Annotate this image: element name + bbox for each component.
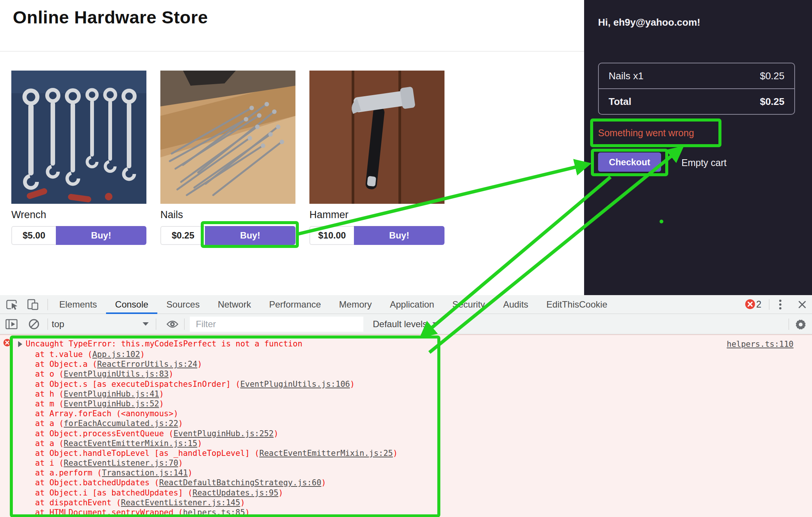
stack-source-link[interactable]: ReactErrorUtils.js:24: [97, 360, 197, 369]
filter-input[interactable]: [190, 317, 363, 332]
stack-source-link[interactable]: ReactEventListener.js:145: [121, 498, 240, 507]
tab-network[interactable]: Network: [209, 295, 260, 314]
stack-frame-text: at Object.a (: [35, 360, 97, 369]
stack-frame: at Object.a (ReactErrorUtils.js:24): [35, 359, 398, 369]
tab-elements[interactable]: Elements: [50, 295, 106, 314]
product-name: Nails: [160, 209, 295, 223]
stack-source-link[interactable]: ReactDefaultBatchingStrategy.js:60: [159, 478, 321, 487]
stack-frame-text: ): [178, 419, 183, 428]
price-label: $5.00: [11, 226, 56, 245]
stack-source-link[interactable]: ReactEventEmitterMixin.js:15: [64, 439, 197, 448]
console-drawer-icon[interactable]: [5, 319, 18, 331]
tab-console[interactable]: Console: [106, 295, 157, 314]
stack-source-link[interactable]: EventPluginUtils.js:83: [64, 369, 169, 379]
empty-cart-link[interactable]: Empty cart: [681, 157, 726, 168]
user-greeting: Hi, eh9y@yahoo.com!: [598, 17, 700, 28]
stack-frame-text: at Object.s [as executeDispatchesInOrder…: [35, 380, 240, 389]
tab-security[interactable]: Security: [443, 295, 494, 314]
page: Online Hardware Store: [0, 0, 812, 517]
stack-source-link[interactable]: forEachAccumulated.js:22: [64, 419, 178, 428]
error-icon: [3, 339, 11, 349]
toolbar-separator: [48, 299, 48, 310]
frame-context-select[interactable]: top: [52, 319, 64, 329]
header-divider: [0, 51, 584, 52]
product-card-hammer: Hammer $10.00 Buy!: [309, 71, 444, 245]
stack-frame-text: ): [321, 478, 326, 487]
log-levels-select[interactable]: Default levels: [373, 319, 427, 329]
stack-source-link[interactable]: App.js:102: [92, 350, 140, 359]
stack-frame-text: ): [188, 468, 193, 477]
clear-console-icon[interactable]: [28, 319, 40, 331]
price-label: $10.00: [309, 226, 354, 245]
stack-frame: at Object.i [as batchedUpdates] (ReactUp…: [35, 488, 398, 498]
cart-item-price: $0.25: [760, 70, 784, 82]
inspect-element-icon[interactable]: [6, 299, 19, 312]
stack-frame-text: at Array.forEach (<anonymous>): [35, 409, 178, 418]
stack-frame-text: at dispatchEvent (: [35, 498, 121, 507]
stack-frame-text: at HTMLDocument.sentryWrapped (: [35, 508, 183, 517]
price-row: $0.25 Buy!: [160, 226, 295, 245]
cart-total-price: $0.25: [760, 96, 784, 108]
cart-item-label: Nails x1: [609, 70, 643, 82]
settings-gear-icon[interactable]: [795, 319, 807, 332]
stack-frame-text: ): [245, 508, 250, 517]
hammer-product-image: [309, 71, 444, 204]
tab-audits[interactable]: Audits: [494, 295, 537, 314]
close-icon[interactable]: [798, 300, 807, 311]
stack-source-link[interactable]: ReactEventListener.js:70: [64, 459, 178, 468]
stack-frame: at h (EventPluginHub.js:41): [35, 389, 398, 399]
stack-source-link[interactable]: Transaction.js:141: [102, 468, 188, 477]
eye-icon[interactable]: [166, 319, 179, 331]
cart-panel: Hi, eh9y@yahoo.com! Nails x1 $0.25 Total…: [584, 0, 812, 295]
buy-button-wrench[interactable]: Buy!: [56, 226, 146, 245]
cart-total-row: Total $0.25: [599, 89, 794, 114]
tab-application[interactable]: Application: [381, 295, 443, 314]
stack-frame-text: at Object.i [as batchedUpdates] (: [35, 488, 192, 497]
buy-button-nails[interactable]: Buy!: [205, 226, 295, 245]
stack-frame-text: ): [197, 360, 202, 369]
tab-sources[interactable]: Sources: [157, 295, 209, 314]
toolbar-separator: [184, 319, 185, 330]
stack-source-link[interactable]: EventPluginUtils.js:106: [240, 380, 350, 389]
product-grid: Wrench $5.00 Buy!: [11, 71, 444, 245]
console-log-area: Uncaught TypeError: this.myCodeIsPerfect…: [0, 334, 812, 517]
tab-performance[interactable]: Performance: [260, 295, 330, 314]
stack-frame-text: ): [169, 369, 174, 379]
stack-frame: at a (ReactEventEmitterMixin.js:15): [35, 439, 398, 448]
error-count: 2: [756, 299, 761, 310]
stack-frame-text: ): [159, 389, 164, 399]
stack-source-link[interactable]: EventPluginHub.js:252: [174, 429, 274, 438]
stack-frame-text: at m (: [35, 399, 64, 408]
stack-frame-text: ): [350, 380, 355, 389]
stack-frame-text: at Object.processEventQueue (: [35, 429, 174, 438]
cart-item-row: Nails x1 $0.25: [599, 63, 794, 89]
expand-triangle-icon[interactable]: [18, 341, 22, 347]
chevron-down-icon[interactable]: [432, 322, 438, 326]
buy-button-hammer[interactable]: Buy!: [354, 226, 444, 245]
tab-editthiscookie[interactable]: EditThisCookie: [537, 295, 616, 314]
stack-source-link[interactable]: EventPluginHub.js:41: [64, 389, 159, 399]
stack-frame: at Object.processEventQueue (EventPlugin…: [35, 429, 398, 439]
chevron-down-icon[interactable]: [143, 322, 149, 326]
stack-source-link[interactable]: ReactUpdates.js:95: [192, 488, 278, 497]
stack-trace: at t.value (App.js:102)at Object.a (Reac…: [35, 349, 398, 517]
stack-source-link[interactable]: ReactEventEmitterMixin.js:25: [259, 449, 393, 458]
stack-frame-text: at t.value (: [35, 350, 92, 359]
stack-frame-text: at a.perform (: [35, 468, 102, 477]
stack-frame: at Object.handleTopLevel [as _handleTopL…: [35, 448, 398, 458]
stack-frame: at i (ReactEventListener.js:70): [35, 458, 398, 468]
stack-frame: at Array.forEach (<anonymous>): [35, 409, 398, 419]
checkout-button[interactable]: Checkout: [598, 152, 661, 172]
stack-source-link[interactable]: EventPluginHub.js:52: [64, 399, 159, 408]
stack-frame: at m (EventPluginHub.js:52): [35, 399, 398, 409]
device-toolbar-icon[interactable]: [27, 299, 39, 312]
stack-source-link[interactable]: helpers.ts:85: [183, 508, 245, 517]
tab-memory[interactable]: Memory: [330, 295, 381, 314]
product-card-wrench: Wrench $5.00 Buy!: [11, 71, 146, 245]
stack-frame: at t.value (App.js:102): [35, 349, 398, 359]
kebab-menu-icon[interactable]: [778, 299, 783, 311]
wrench-product-image: [11, 71, 146, 204]
console-source-link[interactable]: helpers.ts:110: [727, 340, 794, 349]
toolbar-separator: [769, 299, 769, 310]
stack-frame-text: at a (: [35, 439, 64, 448]
